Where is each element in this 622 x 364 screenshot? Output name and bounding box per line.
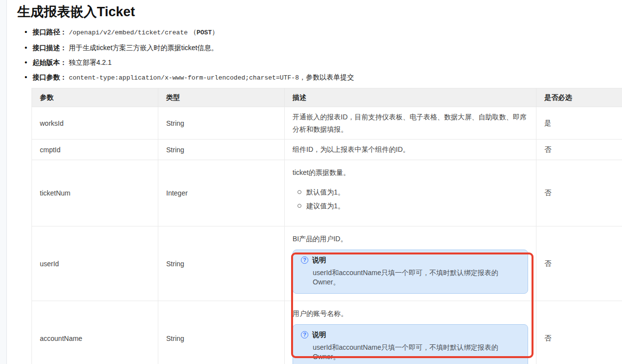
doc-page: 生成报表嵌入Ticket 接口路径： /openapi/v2/embed/tic… bbox=[0, 0, 622, 364]
param-required: 否 bbox=[536, 160, 622, 226]
desc-text: 用户的账号名称。 bbox=[293, 308, 528, 319]
desc-text: ticket的票据数量。 bbox=[293, 167, 528, 178]
note-title: 说明 bbox=[312, 255, 326, 264]
table-row: worksId String 开通嵌入的报表ID，目前支持仪表板、电子表格、数据… bbox=[32, 107, 622, 140]
api-params-code: content-type:application/x-www-form-urle… bbox=[69, 74, 299, 82]
param-required: 否 bbox=[536, 226, 622, 301]
api-info-list: 接口路径： /openapi/v2/embed/ticket/create （P… bbox=[7, 27, 622, 83]
table-row: accountName String 用户的账号名称。 ? 说明 userId和… bbox=[32, 301, 622, 364]
paren-open: （ bbox=[190, 28, 197, 36]
api-version-item: 起始版本： 独立部署4.2.1 bbox=[25, 57, 622, 67]
header-desc: 描述 bbox=[285, 88, 536, 107]
api-description-item: 接口描述： 用于生成ticket方案三方嵌入时的票据ticket信息。 bbox=[25, 43, 622, 53]
param-type: String bbox=[158, 226, 285, 301]
param-type: String bbox=[158, 301, 285, 364]
header-required: 是否必选 bbox=[536, 88, 622, 107]
table-row: cmptId String 组件ID，为以上报表中某个组件的ID。 否 bbox=[32, 140, 622, 160]
param-desc: BI产品的用户ID。 ? 说明 userId和accountName只填一个即可… bbox=[285, 226, 536, 301]
api-version-label: 起始版本： bbox=[32, 58, 67, 66]
param-name: worksId bbox=[32, 107, 158, 140]
desc-text: BI产品的用户ID。 bbox=[293, 233, 528, 244]
param-desc: ticket的票据数量。 默认值为1。 建议值为1。 bbox=[285, 160, 536, 226]
param-name: userId bbox=[32, 226, 158, 301]
table-row: userId String BI产品的用户ID。 ? 说明 userId和acc… bbox=[32, 226, 622, 301]
api-path-code: /openapi/v2/embed/ticket/create bbox=[69, 29, 188, 36]
desc-sublist-item: 默认值为1。 bbox=[296, 188, 528, 196]
api-description-text: 用于生成ticket方案三方嵌入时的票据ticket信息。 bbox=[69, 44, 218, 52]
note-callout: ? 说明 userId和accountName只填一个即可，不填时默认绑定报表的… bbox=[293, 250, 528, 294]
note-callout: ? 说明 userId和accountName只填一个即可，不填时默认绑定报表的… bbox=[293, 324, 528, 364]
paren-close: ） bbox=[212, 28, 219, 36]
parameter-table-wrapper: 参数 类型 描述 是否必选 worksId String 开通嵌入的报表ID，目… bbox=[31, 88, 622, 364]
param-type: Integer bbox=[158, 160, 285, 226]
table-header-row: 参数 类型 描述 是否必选 bbox=[32, 88, 622, 107]
question-circle-icon: ? bbox=[301, 256, 308, 264]
note-header: ? 说明 bbox=[301, 255, 520, 264]
question-circle-icon: ? bbox=[301, 331, 308, 338]
api-params-label: 接口参数： bbox=[32, 73, 67, 81]
param-desc: 组件ID，为以上报表中某个组件的ID。 bbox=[285, 140, 536, 160]
note-body: userId和accountName只填一个即可，不填时默认绑定报表的Owner… bbox=[313, 343, 520, 362]
header-type: 类型 bbox=[158, 88, 285, 107]
note-title: 说明 bbox=[312, 330, 326, 339]
note-body: userId和accountName只填一个即可，不填时默认绑定报表的Owner… bbox=[313, 268, 520, 287]
param-type: String bbox=[158, 107, 285, 140]
table-row: ticketNum Integer ticket的票据数量。 默认值为1。 建议… bbox=[32, 160, 622, 226]
page-title: 生成报表嵌入Ticket bbox=[17, 3, 622, 21]
api-description-label: 接口描述： bbox=[32, 44, 67, 52]
param-name: cmptId bbox=[32, 140, 158, 160]
desc-sublist: 默认值为1。 建议值为1。 bbox=[296, 188, 528, 210]
param-required: 否 bbox=[536, 301, 622, 364]
api-version-text: 独立部署4.2.1 bbox=[69, 58, 112, 66]
api-params-item: 接口参数： content-type:application/x-www-for… bbox=[25, 72, 622, 83]
param-type: String bbox=[158, 140, 285, 160]
http-method: POST bbox=[197, 29, 212, 36]
param-name: accountName bbox=[32, 301, 158, 364]
doc-content: 生成报表嵌入Ticket 接口路径： /openapi/v2/embed/tic… bbox=[7, 0, 622, 364]
api-path-item: 接口路径： /openapi/v2/embed/ticket/create （P… bbox=[25, 27, 622, 38]
desc-sublist-item: 建议值为1。 bbox=[296, 201, 528, 210]
left-edge-strip bbox=[0, 0, 7, 364]
param-required: 否 bbox=[536, 140, 622, 160]
param-desc: 用户的账号名称。 ? 说明 userId和accountName只填一个即可，不… bbox=[285, 301, 536, 364]
api-params-text: ，参数以表单提交 bbox=[299, 73, 354, 81]
note-header: ? 说明 bbox=[301, 330, 520, 339]
header-param: 参数 bbox=[32, 88, 158, 107]
api-path-label: 接口路径： bbox=[32, 28, 67, 36]
parameter-table: 参数 类型 描述 是否必选 worksId String 开通嵌入的报表ID，目… bbox=[31, 88, 622, 364]
param-required: 是 bbox=[536, 107, 622, 140]
param-name: ticketNum bbox=[32, 160, 158, 226]
param-desc: 开通嵌入的报表ID，目前支持仪表板、电子表格、数据大屏、自助取数、即席分析和数据… bbox=[285, 107, 536, 140]
